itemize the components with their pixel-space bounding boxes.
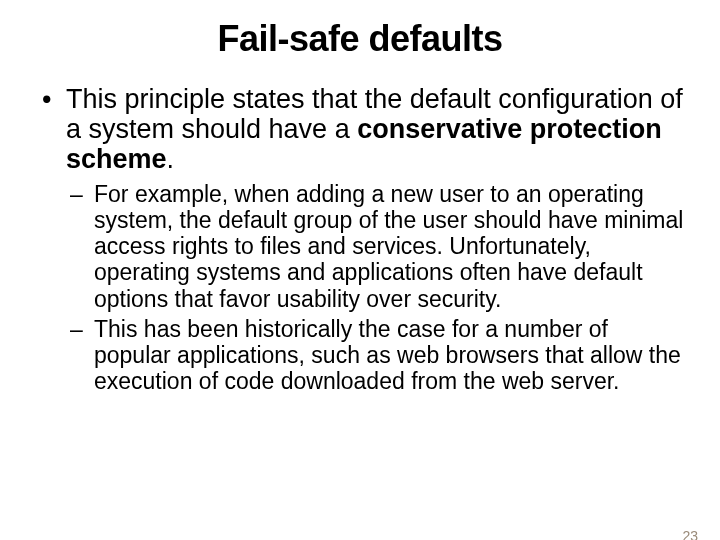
- bullet1-post-text: .: [167, 144, 175, 174]
- slide-content: This principle states that the default c…: [0, 84, 720, 394]
- sub-bullet-1: For example, when adding a new user to a…: [66, 181, 684, 312]
- slide: Fail-safe defaults This principle states…: [0, 18, 720, 540]
- bullet-item-1: This principle states that the default c…: [36, 84, 684, 394]
- slide-title: Fail-safe defaults: [0, 18, 720, 60]
- bullet-list-level1: This principle states that the default c…: [36, 84, 684, 394]
- sub-bullet-2: This has been historically the case for …: [66, 316, 684, 395]
- page-number: 23: [682, 528, 698, 540]
- bullet-list-level2: For example, when adding a new user to a…: [66, 181, 684, 395]
